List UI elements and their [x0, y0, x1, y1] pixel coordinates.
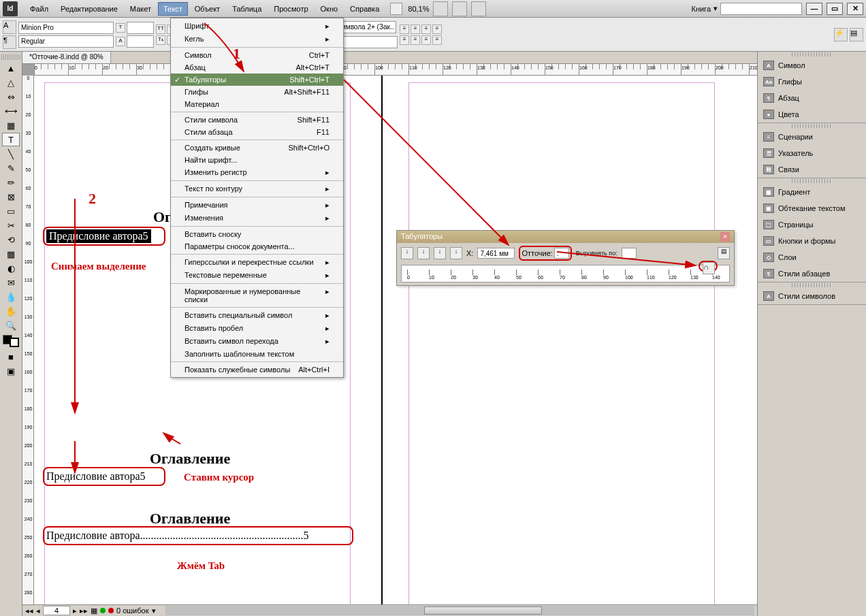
tab-left-button[interactable]: ↓: [401, 247, 413, 259]
menu-item-найти-шрифт-[interactable]: Найти шрифт...: [171, 154, 343, 166]
zoom-tool[interactable]: 🔍: [2, 319, 20, 332]
panel-цвета[interactable]: ●Цвета: [758, 106, 866, 123]
font-family-input[interactable]: [18, 22, 114, 34]
leading-input[interactable]: [127, 35, 154, 48]
menu-text[interactable]: Текст: [158, 2, 188, 16]
menu-edit[interactable]: Редактирование: [55, 2, 123, 16]
horizontal-scrollbar[interactable]: [165, 606, 755, 615]
scrollbar-thumb[interactable]: [424, 606, 542, 615]
panel-стили-абзацев[interactable]: ¶Стили абзацев: [758, 265, 866, 282]
panel-глифы[interactable]: AaГлифы: [758, 74, 866, 90]
direct-selection-tool[interactable]: △: [2, 76, 20, 89]
rectangle-tool[interactable]: ▭: [2, 204, 20, 218]
menu-table[interactable]: Таблица: [227, 2, 267, 16]
align-jl-button[interactable]: ≡: [400, 35, 409, 45]
para-mode-button[interactable]: ¶: [3, 35, 16, 49]
menu-file[interactable]: Файл: [25, 2, 54, 16]
menu-item-стили-символа[interactable]: Стили символаShift+F11: [171, 114, 343, 126]
panel-страницы[interactable]: ⬚Страницы: [758, 216, 866, 233]
menu-item-табуляторы[interactable]: ✓ТабуляторыShift+Ctrl+T: [171, 74, 343, 86]
align-justify-button[interactable]: ≡: [432, 25, 442, 34]
menu-item-вставить-пробел[interactable]: Вставить пробел▸: [171, 322, 343, 335]
menu-item-показать-служебные-символы[interactable]: Показать служебные символыAlt+Ctrl+I: [171, 363, 343, 376]
subscript-button[interactable]: T₁: [156, 35, 165, 45]
leader-input[interactable]: [554, 248, 569, 259]
menu-item-стили-абзаца[interactable]: Стили абзацаF11: [171, 126, 343, 138]
align-on-input[interactable]: [622, 248, 637, 259]
tabs-panel-ruler[interactable]: 0102030405060708090100110120130140: [401, 265, 730, 282]
allcaps-button[interactable]: TT: [156, 25, 165, 34]
panel-символ[interactable]: AСимвол: [758, 57, 866, 74]
menu-item-примечания[interactable]: Примечания▸: [171, 199, 343, 212]
page-next-button[interactable]: ▸▸: [80, 606, 88, 615]
tab-center-button[interactable]: ↓: [417, 247, 430, 259]
page-back-button[interactable]: ◂: [36, 606, 40, 615]
eyedropper-tool[interactable]: 💧: [2, 290, 20, 304]
transform-tool[interactable]: ⟲: [2, 233, 20, 246]
menu-item-материал[interactable]: Материал: [171, 98, 343, 110]
screen-mode-button[interactable]: ▣: [2, 364, 20, 378]
page-tool[interactable]: ⇔: [2, 90, 20, 103]
menu-item-параметры-сносок-документа-[interactable]: Параметры сносок документа...: [171, 240, 343, 253]
view-icon-1[interactable]: [433, 1, 448, 16]
tabs-panel-menu-button[interactable]: ▤: [718, 247, 730, 259]
menu-item-вставить-специальный-символ[interactable]: Вставить специальный символ▸: [171, 309, 343, 322]
font-size-input[interactable]: [127, 22, 154, 34]
errors-label[interactable]: 0 ошибок: [116, 606, 149, 615]
selection-tool[interactable]: ▲: [2, 61, 20, 75]
panel-связи[interactable]: ⛓Связи: [758, 161, 866, 178]
chevron-down-icon[interactable]: ▾: [713, 4, 718, 13]
menu-item-заполнить-шаблонным-текстом[interactable]: Заполнить шаблонным текстом: [171, 348, 343, 360]
panel-абзац[interactable]: ¶Абзац: [758, 90, 866, 106]
controlbar-menu-button[interactable]: ▤: [850, 28, 863, 42]
tab-x-input[interactable]: [477, 248, 515, 259]
tab-right-button[interactable]: ↓: [434, 247, 446, 259]
document-tab[interactable]: *Отточие-8.indd @ 80%: [22, 52, 111, 63]
font-style-input[interactable]: [18, 35, 114, 48]
toolbox-grip[interactable]: [1, 54, 20, 60]
tab-decimal-button[interactable]: ↓: [450, 247, 462, 259]
vertical-ruler[interactable]: 0102030405060708090100110120130140150160…: [22, 76, 34, 604]
type-tool[interactable]: T: [2, 133, 20, 146]
menu-view[interactable]: Просмотр: [268, 2, 313, 16]
menu-help[interactable]: Справка: [344, 2, 385, 16]
menu-item-изменения[interactable]: Изменения▸: [171, 212, 343, 225]
panel-слои[interactable]: ◇Слои: [758, 249, 866, 265]
tabs-panel-close-button[interactable]: ×: [720, 232, 730, 242]
frame-tool[interactable]: ⊠: [2, 190, 20, 204]
menu-item-вставить-сноску[interactable]: Вставить сноску: [171, 228, 343, 240]
panel-кнопки-и-формы[interactable]: ▭Кнопки и формы: [758, 233, 866, 249]
hand-tool[interactable]: ✋: [2, 304, 20, 318]
menu-item-текстовые-переменные[interactable]: Текстовые переменные▸: [171, 269, 343, 282]
menu-item-символ[interactable]: СимволCtrl+T: [171, 49, 343, 61]
align-left-button[interactable]: ≡: [400, 25, 409, 34]
menu-item-текст-по-контуру[interactable]: Текст по контуру▸: [171, 182, 343, 195]
page-prev-button[interactable]: ◂◂: [25, 606, 33, 615]
tabs-panel-title[interactable]: Табуляторы ×: [397, 231, 734, 243]
workspace-label[interactable]: Книга: [691, 5, 711, 13]
align-right-button[interactable]: ≡: [421, 25, 431, 34]
menu-item-изменить-регистр[interactable]: Изменить регистр▸: [171, 166, 343, 179]
panel-сценарии[interactable]: ≡Сценарии: [758, 129, 866, 145]
note-tool[interactable]: ✉: [2, 276, 20, 289]
align-center-button[interactable]: ≡: [411, 25, 420, 34]
align-jr-button[interactable]: ≡: [421, 35, 431, 45]
quickapply-button[interactable]: ⚡: [834, 28, 848, 42]
maximize-button[interactable]: ▭: [827, 3, 843, 15]
view-icon-2[interactable]: [452, 1, 467, 16]
gap-tool[interactable]: ⟷: [2, 104, 20, 118]
gradient-tool[interactable]: ▦: [2, 247, 20, 261]
align-jf-button[interactable]: ≡: [432, 35, 442, 45]
menu-layout[interactable]: Макет: [125, 2, 157, 16]
menu-item-маркированные-и-нумерованные-списки[interactable]: Маркированные и нумерованные списки▸: [171, 285, 343, 306]
panel-обтекание-текстом[interactable]: ▣Обтекание текстом: [758, 200, 866, 216]
horizontal-ruler[interactable]: 0102030405060708090100110120130140150160…: [34, 64, 757, 76]
zoom-level[interactable]: 80,1%: [408, 5, 429, 13]
view-icon-3[interactable]: [471, 1, 486, 16]
page-fwd-button[interactable]: ▸: [73, 606, 77, 615]
menu-window[interactable]: Окно: [315, 2, 344, 16]
menu-item-кегль[interactable]: Кегль▸: [171, 33, 343, 46]
menu-object[interactable]: Объект: [189, 2, 225, 16]
apply-color-button[interactable]: ■: [2, 350, 20, 363]
char-mode-button[interactable]: A: [3, 20, 16, 34]
